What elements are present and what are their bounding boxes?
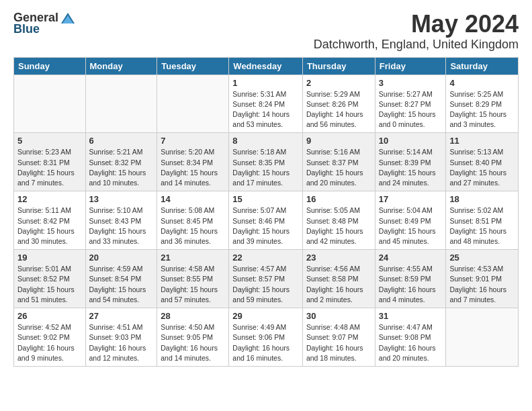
day-info: Sunrise: 4:56 AMSunset: 8:58 PMDaylight:…: [306, 264, 371, 305]
table-row: 3Sunrise: 5:27 AMSunset: 8:27 PMDaylight…: [375, 75, 446, 133]
calendar-week-row: 1Sunrise: 5:31 AMSunset: 8:24 PMDaylight…: [14, 75, 519, 133]
table-row: 12Sunrise: 5:11 AMSunset: 8:42 PMDayligh…: [14, 191, 86, 250]
day-number: 21: [161, 253, 225, 263]
table-row: 17Sunrise: 5:04 AMSunset: 8:49 PMDayligh…: [375, 191, 446, 250]
day-info: Sunrise: 4:53 AMSunset: 9:01 PMDaylight:…: [449, 264, 515, 305]
day-info: Sunrise: 5:10 AMSunset: 8:43 PMDaylight:…: [89, 205, 154, 246]
table-row: 26Sunrise: 4:52 AMSunset: 9:02 PMDayligh…: [14, 308, 86, 367]
day-number: 12: [17, 194, 82, 204]
table-row: [157, 75, 229, 133]
day-number: 2: [306, 78, 371, 88]
day-number: 29: [232, 311, 299, 321]
day-info: Sunrise: 5:07 AMSunset: 8:46 PMDaylight:…: [232, 205, 299, 246]
day-info: Sunrise: 5:04 AMSunset: 8:49 PMDaylight:…: [379, 205, 443, 246]
day-info: Sunrise: 4:47 AMSunset: 9:08 PMDaylight:…: [379, 322, 443, 363]
day-number: 31: [379, 311, 443, 321]
day-number: 7: [161, 136, 225, 146]
day-number: 20: [89, 253, 154, 263]
day-number: 28: [161, 311, 225, 321]
logo-blue-text: Blue: [13, 22, 76, 36]
day-info: Sunrise: 5:27 AMSunset: 8:27 PMDaylight:…: [379, 89, 443, 130]
day-info: Sunrise: 5:05 AMSunset: 8:48 PMDaylight:…: [306, 205, 371, 246]
day-info: Sunrise: 4:57 AMSunset: 8:57 PMDaylight:…: [232, 264, 299, 305]
table-row: 7Sunrise: 5:20 AMSunset: 8:34 PMDaylight…: [157, 133, 229, 191]
day-info: Sunrise: 5:25 AMSunset: 8:29 PMDaylight:…: [449, 89, 515, 130]
day-number: 26: [17, 311, 82, 321]
day-info: Sunrise: 4:55 AMSunset: 8:59 PMDaylight:…: [379, 264, 443, 305]
day-number: 22: [232, 253, 299, 263]
header-tuesday: Tuesday: [157, 57, 229, 75]
table-row: 23Sunrise: 4:56 AMSunset: 8:58 PMDayligh…: [302, 250, 375, 308]
day-number: 17: [379, 194, 443, 204]
calendar-week-row: 5Sunrise: 5:23 AMSunset: 8:31 PMDaylight…: [14, 133, 519, 191]
day-info: Sunrise: 5:11 AMSunset: 8:42 PMDaylight:…: [17, 205, 82, 246]
day-info: Sunrise: 5:29 AMSunset: 8:26 PMDaylight:…: [306, 89, 371, 130]
day-info: Sunrise: 4:58 AMSunset: 8:55 PMDaylight:…: [161, 264, 225, 305]
day-number: 16: [306, 194, 371, 204]
table-row: 11Sunrise: 5:13 AMSunset: 8:40 PMDayligh…: [446, 133, 519, 191]
day-info: Sunrise: 4:48 AMSunset: 9:07 PMDaylight:…: [306, 322, 371, 363]
header-thursday: Thursday: [302, 57, 375, 75]
day-number: 10: [379, 136, 443, 146]
table-row: 9Sunrise: 5:16 AMSunset: 8:37 PMDaylight…: [302, 133, 375, 191]
day-info: Sunrise: 5:23 AMSunset: 8:31 PMDaylight:…: [17, 147, 82, 188]
day-info: Sunrise: 5:21 AMSunset: 8:32 PMDaylight:…: [89, 147, 154, 188]
table-row: 27Sunrise: 4:51 AMSunset: 9:03 PMDayligh…: [85, 308, 157, 367]
header-sunday: Sunday: [14, 57, 86, 75]
calendar-week-row: 19Sunrise: 5:01 AMSunset: 8:52 PMDayligh…: [14, 250, 519, 308]
day-number: 13: [89, 194, 154, 204]
calendar-header-row: Sunday Monday Tuesday Wednesday Thursday…: [14, 57, 519, 75]
day-info: Sunrise: 5:16 AMSunset: 8:37 PMDaylight:…: [306, 147, 371, 188]
month-title: May 2024: [314, 11, 519, 38]
table-row: 16Sunrise: 5:05 AMSunset: 8:48 PMDayligh…: [302, 191, 375, 250]
day-info: Sunrise: 4:51 AMSunset: 9:03 PMDaylight:…: [89, 322, 154, 363]
day-info: Sunrise: 4:50 AMSunset: 9:05 PMDaylight:…: [161, 322, 225, 363]
table-row: 25Sunrise: 4:53 AMSunset: 9:01 PMDayligh…: [446, 250, 519, 308]
day-info: Sunrise: 5:02 AMSunset: 8:51 PMDaylight:…: [449, 205, 515, 246]
location: Datchworth, England, United Kingdom: [314, 38, 519, 52]
calendar-week-row: 26Sunrise: 4:52 AMSunset: 9:02 PMDayligh…: [14, 308, 519, 367]
day-number: 19: [17, 253, 82, 263]
table-row: 22Sunrise: 4:57 AMSunset: 8:57 PMDayligh…: [229, 250, 303, 308]
day-number: 25: [449, 253, 515, 263]
day-number: 6: [89, 136, 154, 146]
day-number: 5: [17, 136, 82, 146]
day-number: 8: [232, 136, 299, 146]
table-row: 6Sunrise: 5:21 AMSunset: 8:32 PMDaylight…: [85, 133, 157, 191]
day-info: Sunrise: 5:13 AMSunset: 8:40 PMDaylight:…: [449, 147, 515, 188]
table-row: 2Sunrise: 5:29 AMSunset: 8:26 PMDaylight…: [302, 75, 375, 133]
day-number: 27: [89, 311, 154, 321]
table-row: 5Sunrise: 5:23 AMSunset: 8:31 PMDaylight…: [14, 133, 86, 191]
calendar-week-row: 12Sunrise: 5:11 AMSunset: 8:42 PMDayligh…: [14, 191, 519, 250]
day-info: Sunrise: 5:18 AMSunset: 8:35 PMDaylight:…: [232, 147, 299, 188]
day-number: 24: [379, 253, 443, 263]
page-container: General Blue May 2024 Datchworth, Englan…: [0, 0, 532, 377]
table-row: [14, 75, 86, 133]
table-row: 4Sunrise: 5:25 AMSunset: 8:29 PMDaylight…: [446, 75, 519, 133]
table-row: 31Sunrise: 4:47 AMSunset: 9:08 PMDayligh…: [375, 308, 446, 367]
header: General Blue May 2024 Datchworth, Englan…: [13, 11, 519, 52]
day-info: Sunrise: 5:14 AMSunset: 8:39 PMDaylight:…: [379, 147, 443, 188]
table-row: [85, 75, 157, 133]
day-info: Sunrise: 5:08 AMSunset: 8:45 PMDaylight:…: [161, 205, 225, 246]
table-row: 15Sunrise: 5:07 AMSunset: 8:46 PMDayligh…: [229, 191, 303, 250]
table-row: 14Sunrise: 5:08 AMSunset: 8:45 PMDayligh…: [157, 191, 229, 250]
table-row: 24Sunrise: 4:55 AMSunset: 8:59 PMDayligh…: [375, 250, 446, 308]
day-number: 1: [232, 78, 299, 88]
day-number: 4: [449, 78, 515, 88]
header-friday: Friday: [375, 57, 446, 75]
title-section: May 2024 Datchworth, England, United Kin…: [314, 11, 519, 52]
table-row: 30Sunrise: 4:48 AMSunset: 9:07 PMDayligh…: [302, 308, 375, 367]
table-row: 13Sunrise: 5:10 AMSunset: 8:43 PMDayligh…: [85, 191, 157, 250]
table-row: 10Sunrise: 5:14 AMSunset: 8:39 PMDayligh…: [375, 133, 446, 191]
header-saturday: Saturday: [446, 57, 519, 75]
day-number: 9: [306, 136, 371, 146]
day-info: Sunrise: 5:31 AMSunset: 8:24 PMDaylight:…: [232, 89, 299, 130]
header-monday: Monday: [85, 57, 157, 75]
day-info: Sunrise: 4:52 AMSunset: 9:02 PMDaylight:…: [17, 322, 82, 363]
day-info: Sunrise: 5:01 AMSunset: 8:52 PMDaylight:…: [17, 264, 82, 305]
day-number: 3: [379, 78, 443, 88]
table-row: 20Sunrise: 4:59 AMSunset: 8:54 PMDayligh…: [85, 250, 157, 308]
table-row: 19Sunrise: 5:01 AMSunset: 8:52 PMDayligh…: [14, 250, 86, 308]
day-number: 15: [232, 194, 299, 204]
